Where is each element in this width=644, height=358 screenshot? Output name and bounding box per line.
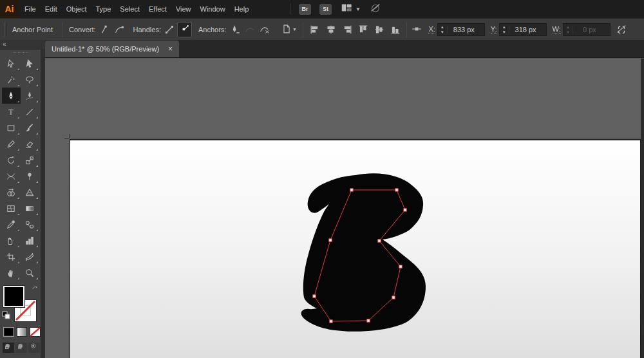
convert-label: Convert:	[69, 26, 96, 33]
zoom-tool[interactable]	[21, 265, 39, 281]
menu-bar: Ai FileEditObjectTypeSelectEffectViewWin…	[0, 0, 644, 18]
hand-tool[interactable]	[2, 265, 21, 281]
separator	[303, 22, 303, 37]
tools-panel-grip[interactable]	[14, 52, 28, 53]
collapse-panel-button[interactable]: «	[0, 40, 45, 49]
artboard-tool[interactable]	[2, 249, 21, 265]
curvature-tool[interactable]	[21, 88, 39, 104]
draw-inside-button[interactable]	[28, 343, 40, 353]
shape-builder-tool[interactable]	[2, 184, 21, 200]
workspace-switcher[interactable]: ▼	[340, 2, 361, 16]
slice-tool[interactable]	[21, 249, 39, 265]
remove-anchor-button[interactable]	[227, 22, 242, 37]
free-transform-tool[interactable]	[21, 168, 39, 184]
shaper-tool[interactable]	[2, 136, 21, 152]
separator	[406, 22, 407, 37]
tools-panel: T	[0, 50, 41, 358]
menu-file[interactable]: File	[20, 0, 41, 18]
control-bar: Anchor Point Convert: Handles: Anchors: …	[0, 18, 644, 40]
align-right-button[interactable]	[339, 22, 354, 37]
anchors-label: Anchors:	[198, 26, 226, 33]
anchor-point-position-icon	[411, 23, 422, 36]
perspective-grid-tool[interactable]	[21, 184, 39, 200]
paintbrush-tool[interactable]	[21, 120, 39, 136]
menu-edit[interactable]: Edit	[41, 0, 62, 18]
width-tool[interactable]	[2, 168, 21, 184]
artwork-layer	[45, 59, 644, 358]
handles-hide-button[interactable]	[162, 22, 177, 37]
field-label-w[interactable]: W:	[553, 25, 561, 34]
svg-text:T: T	[8, 108, 14, 117]
align-bottom-button[interactable]	[388, 22, 402, 37]
document-setup-button[interactable]: ▼	[278, 22, 299, 37]
gradient-button[interactable]	[17, 327, 28, 337]
align-hcenter-button[interactable]	[323, 22, 338, 37]
fill-stroke-swatches	[2, 285, 41, 322]
direct-selection-tool[interactable]	[21, 55, 39, 71]
line-segment-tool[interactable]	[21, 104, 39, 120]
column-graph-tool[interactable]	[21, 232, 39, 249]
document-tab[interactable]: Untitled-1* @ 50% (RGB/Preview) ×	[45, 41, 179, 57]
menu-help[interactable]: Help	[230, 0, 254, 18]
fill-swatch[interactable]	[3, 286, 24, 307]
app-logo[interactable]: Ai	[0, 0, 19, 18]
gpu-performance-icon[interactable]	[369, 2, 382, 16]
unlink-dimensions-icon[interactable]	[616, 23, 627, 36]
connect-anchors-button[interactable]	[257, 22, 272, 37]
menu-effect[interactable]: Effect	[144, 0, 171, 18]
align-vcenter-button[interactable]	[372, 22, 386, 37]
draw-behind-button[interactable]	[15, 343, 27, 353]
menu-view[interactable]: View	[171, 0, 196, 18]
menu-object[interactable]: Object	[62, 0, 91, 18]
tools-column: « T	[0, 40, 45, 358]
field-label-x[interactable]: X:	[428, 25, 435, 34]
pen-tool[interactable]	[2, 88, 21, 104]
stock-button[interactable]: St	[319, 4, 332, 15]
separator	[290, 3, 290, 15]
workspace-switcher-icon	[340, 2, 353, 16]
right-edge-strip	[641, 59, 644, 358]
rectangle-tool[interactable]	[2, 120, 21, 136]
rotate-tool[interactable]	[2, 152, 21, 168]
document-tab-bar: Untitled-1* @ 50% (RGB/Preview) ×	[45, 40, 644, 58]
selection-tool[interactable]	[2, 55, 21, 71]
control-title: Anchor Point	[12, 26, 53, 33]
menu-select[interactable]: Select	[115, 0, 144, 18]
field-label-y[interactable]: Y:	[491, 25, 497, 34]
draw-normal-button[interactable]	[3, 343, 14, 353]
none-button[interactable]	[30, 327, 41, 337]
align-left-button[interactable]	[307, 22, 322, 37]
field-y[interactable]: ▲▼318 px	[499, 23, 547, 36]
panel-grip[interactable]	[4, 23, 7, 37]
field-x[interactable]: ▲▼833 px	[437, 23, 485, 36]
swap-fill-stroke-icon[interactable]	[31, 285, 40, 296]
handles-show-button[interactable]	[177, 22, 192, 37]
blend-tool[interactable]	[21, 216, 39, 232]
eyedropper-tool[interactable]	[2, 216, 21, 232]
color-button[interactable]	[3, 327, 14, 337]
menu-window[interactable]: Window	[196, 0, 230, 18]
bridge-button[interactable]: Br	[299, 4, 311, 15]
canvas[interactable]	[45, 58, 644, 358]
eraser-tool[interactable]	[21, 136, 39, 152]
add-anchor-button[interactable]	[242, 22, 257, 37]
illustrator-window: Ai FileEditObjectTypeSelectEffectViewWin…	[0, 0, 644, 358]
type-tool[interactable]: T	[2, 104, 21, 120]
convert-smooth-button[interactable]	[112, 22, 127, 37]
convert-corner-button[interactable]	[97, 22, 112, 37]
gradient-tool[interactable]	[21, 200, 39, 216]
mesh-tool[interactable]	[2, 200, 21, 216]
magic-wand-tool[interactable]	[2, 71, 21, 88]
separator	[62, 22, 62, 37]
field-w[interactable]: ▲▼0 px	[563, 23, 611, 36]
tab-close-button[interactable]: ×	[168, 44, 173, 53]
scale-tool[interactable]	[21, 152, 39, 168]
align-top-button[interactable]	[355, 22, 370, 37]
default-fill-stroke-icon[interactable]	[2, 310, 11, 322]
chevron-down-icon: ▼	[355, 6, 361, 12]
document-tab-title: Untitled-1* @ 50% (RGB/Preview)	[52, 45, 159, 53]
menu-type[interactable]: Type	[91, 0, 116, 18]
symbol-sprayer-tool[interactable]	[2, 232, 21, 249]
lasso-tool[interactable]	[21, 71, 39, 88]
handles-label: Handles:	[133, 26, 161, 33]
